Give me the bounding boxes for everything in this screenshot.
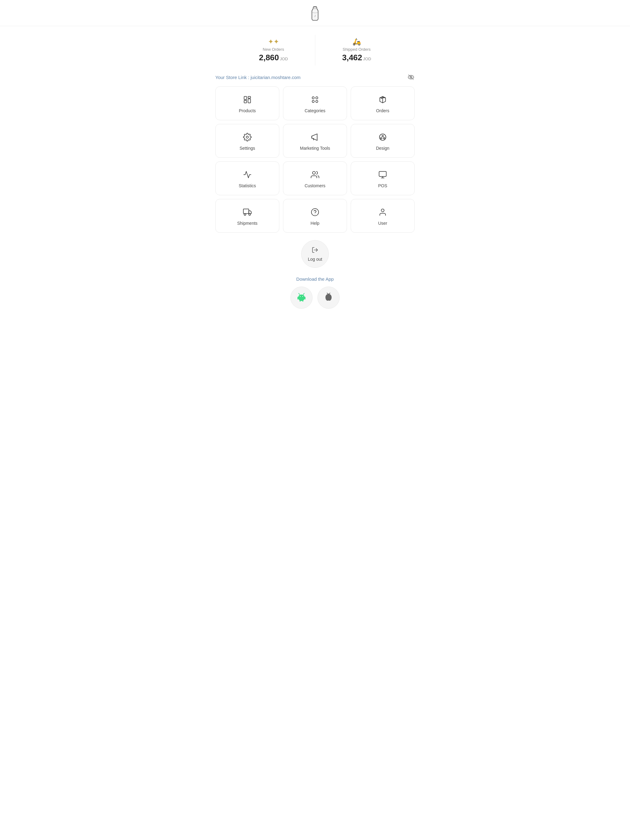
grid-item-user[interactable]: User: [351, 199, 415, 233]
new-orders-value: 2,860JOD: [238, 53, 309, 62]
svg-line-33: [299, 293, 300, 295]
logout-section: Log out: [0, 240, 630, 268]
grid-item-pos[interactable]: POS: [351, 161, 415, 195]
grid-item-customers[interactable]: Customers: [283, 161, 347, 195]
products-label: Products: [239, 108, 256, 113]
svg-point-17: [383, 137, 385, 139]
download-section: Download the App: [0, 276, 630, 309]
grid-item-settings[interactable]: Settings: [215, 124, 279, 158]
svg-point-13: [246, 136, 249, 138]
products-icon: [243, 95, 252, 105]
svg-point-31: [300, 296, 301, 297]
svg-point-9: [312, 97, 314, 99]
android-download-button[interactable]: [290, 287, 313, 309]
svg-rect-35: [298, 297, 298, 300]
app-header: J: [0, 0, 630, 26]
svg-point-32: [302, 296, 303, 297]
svg-point-30: [298, 295, 304, 299]
marketing-tools-label: Marketing Tools: [300, 146, 330, 151]
stats-bar: ✦✦ New Orders 2,860JOD 🛵 Shipped Orders …: [232, 35, 398, 65]
svg-rect-6: [244, 100, 247, 103]
shipped-orders-stat: 🛵 Shipped Orders 3,462JOD: [315, 35, 398, 65]
svg-point-27: [381, 209, 384, 212]
app-buttons: [0, 287, 630, 309]
shipped-orders-value: 3,462JOD: [321, 53, 392, 62]
svg-point-18: [313, 172, 315, 174]
svg-line-34: [303, 293, 304, 295]
new-orders-icon: ✦✦: [238, 38, 309, 46]
svg-point-10: [316, 97, 318, 99]
shipments-icon: [243, 208, 252, 218]
marketing-tools-icon: [311, 133, 319, 143]
pos-label: POS: [378, 183, 387, 188]
orders-icon: [378, 95, 387, 105]
statistics-icon: [243, 171, 252, 180]
svg-rect-8: [248, 99, 250, 103]
categories-icon: [311, 95, 319, 105]
ios-download-button[interactable]: [317, 287, 340, 309]
svg-point-16: [380, 137, 382, 139]
svg-point-0: [313, 8, 316, 9]
pos-icon: [378, 171, 387, 180]
grid-item-marketing-tools[interactable]: Marketing Tools: [283, 124, 347, 158]
orders-label: Orders: [376, 108, 389, 113]
logout-label: Log out: [308, 257, 322, 262]
svg-point-23: [244, 214, 246, 216]
design-label: Design: [376, 146, 389, 151]
settings-label: Settings: [240, 146, 255, 151]
svg-rect-5: [244, 96, 247, 100]
logout-button[interactable]: Log out: [301, 240, 329, 268]
svg-point-24: [249, 214, 251, 216]
new-orders-label: New Orders: [238, 47, 309, 52]
customers-label: Customers: [304, 183, 326, 188]
svg-point-25: [311, 208, 318, 216]
svg-rect-37: [300, 300, 301, 302]
svg-rect-36: [304, 297, 306, 300]
grid-item-shipments[interactable]: Shipments: [215, 199, 279, 233]
customers-icon: [311, 171, 319, 180]
store-link-bar: Your Store Link : juicitarian.moshtare.c…: [211, 74, 419, 81]
grid-item-products[interactable]: Products: [215, 87, 279, 120]
help-icon: [311, 208, 319, 218]
grid-item-statistics[interactable]: Statistics: [215, 161, 279, 195]
svg-rect-19: [379, 172, 386, 177]
logout-icon: [312, 246, 318, 255]
statistics-label: Statistics: [239, 183, 256, 188]
store-link-text: Your Store Link : juicitarian.moshtare.c…: [215, 75, 301, 80]
new-orders-stat: ✦✦ New Orders 2,860JOD: [232, 35, 315, 65]
app-logo: J: [308, 6, 322, 22]
design-icon: [378, 133, 387, 143]
svg-point-15: [382, 135, 384, 137]
logo-icon: J: [309, 6, 321, 21]
help-label: Help: [311, 221, 320, 226]
grid-item-orders[interactable]: Orders: [351, 87, 415, 120]
user-label: User: [378, 221, 387, 226]
shipped-orders-label: Shipped Orders: [321, 47, 392, 52]
svg-point-12: [316, 100, 318, 103]
download-title: Download the App: [0, 276, 630, 282]
grid-item-design[interactable]: Design: [351, 124, 415, 158]
shipments-label: Shipments: [237, 221, 258, 226]
svg-rect-7: [248, 96, 250, 98]
user-icon: [378, 208, 387, 218]
grid-item-categories[interactable]: Categories: [283, 87, 347, 120]
android-icon: [296, 292, 306, 304]
apple-icon: [324, 292, 333, 303]
grid-item-help[interactable]: Help: [283, 199, 347, 233]
svg-point-11: [312, 100, 314, 103]
eye-icon: [407, 74, 415, 81]
svg-rect-38: [302, 300, 303, 302]
nav-grid-section: Products Categories: [211, 87, 419, 233]
svg-point-14: [380, 134, 386, 141]
shipped-orders-icon: 🛵: [321, 38, 392, 46]
toggle-visibility-button[interactable]: [407, 74, 415, 81]
svg-rect-22: [243, 209, 249, 214]
nav-grid: Products Categories: [215, 87, 415, 233]
settings-icon: [243, 133, 252, 143]
categories-label: Categories: [304, 108, 326, 113]
